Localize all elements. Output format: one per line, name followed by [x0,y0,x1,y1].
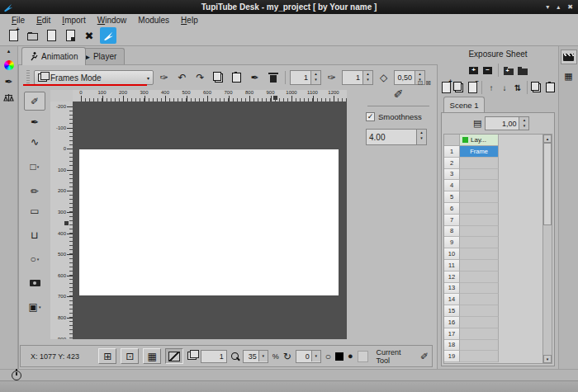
color-palette-icon[interactable] [4,60,14,70]
frame-cell[interactable] [460,226,499,238]
frame-cell[interactable] [460,158,499,169]
row-number-cell[interactable]: 1 [444,146,460,158]
frame-cell[interactable] [460,351,499,362]
remove-frame-button[interactable]: − [467,82,478,93]
smoothness-spinner[interactable]: 4.00 ▴▾ [366,129,427,145]
frame-cell[interactable] [460,283,499,295]
tupitube-home-button[interactable] [100,27,116,44]
open-document-button[interactable] [43,27,59,44]
drag-frame-button[interactable]: ✒ [247,70,263,86]
remove-layer-button[interactable]: − [482,64,494,76]
row-number-cell[interactable]: 8 [444,226,460,238]
frame-cell[interactable] [460,191,499,203]
insert-frame-button[interactable]: + [440,82,452,93]
tool-pencil-button[interactable]: ✐ [24,92,45,111]
copy-frame-button[interactable] [211,70,226,86]
frame-cell[interactable] [460,237,499,248]
frame-cell[interactable] [460,340,499,352]
frame-cell[interactable] [460,180,499,191]
tool-fill-button[interactable]: ⊔ [25,226,45,243]
brushes-icon[interactable]: ✒ [4,76,12,87]
spinner-buttons[interactable]: ▴▾ [416,130,426,144]
close-panel-icon[interactable]: ⊠ [425,79,431,87]
menu-item-modules[interactable]: Modules [133,16,174,25]
close-project-button[interactable]: ✖ [81,27,97,44]
dock-collapse-icon[interactable]: ▴ [7,48,11,54]
delete-frame-button[interactable] [265,70,281,86]
layer-opacity-spinner[interactable]: 1,00 ▴▾ [485,116,529,130]
new-project-button[interactable]: + [5,27,21,44]
copy-frame-button[interactable] [531,82,542,93]
menu-item-window[interactable]: Window [92,16,132,25]
row-number-cell[interactable]: 18 [444,340,460,352]
frame-cell[interactable]: Frame [460,146,499,158]
horizontal-ruler[interactable]: 0100200300400500600700800900100011001200 [73,90,347,102]
close-button[interactable]: ✖ [567,3,573,11]
tool-image-button[interactable]: ▣▾ [25,298,45,315]
insert-scene-button[interactable]: + [503,64,514,76]
stretch-frames-button[interactable]: ✑ [324,70,339,86]
save-document-button[interactable] [62,27,78,44]
frame-cell[interactable] [460,203,499,215]
remove-scene-button[interactable] [517,64,528,76]
row-number-cell[interactable]: 19 [444,351,460,362]
scroll-down-button[interactable]: ▾ [543,355,552,363]
frame-cell[interactable] [460,272,499,283]
frame-cell[interactable] [460,260,499,272]
onion-skin-button[interactable] [187,352,197,361]
frame-cell[interactable] [460,328,499,340]
exposure-dock-button[interactable]: ▦ [561,69,576,83]
toolbar-grip[interactable] [26,70,30,85]
layer-header-cell[interactable]: Lay... [460,135,499,146]
frame-cell[interactable] [460,248,499,260]
scales-icon[interactable] [3,93,14,103]
paste-frame-button[interactable] [544,82,556,93]
select-frames-button[interactable]: ✑ [156,70,172,86]
insert-frames-button[interactable] [453,82,465,93]
frame-cell[interactable] [460,294,499,305]
tool-scheme-button[interactable]: ∿ [25,133,45,150]
tool-shapes-button[interactable]: □▾ [25,158,45,175]
row-number-cell[interactable]: 9 [444,237,460,248]
full-screen-button[interactable] [165,348,183,364]
scrollbar-thumb[interactable] [543,143,552,225]
brush-preview-icon[interactable]: ● [348,352,353,361]
spin-down-icon[interactable]: ▾ [519,123,528,129]
frame-cell[interactable] [460,215,499,226]
tool-camera-button[interactable] [25,274,45,291]
menu-item-file[interactable]: File [7,16,30,25]
row-number-cell[interactable]: 3 [444,169,460,181]
maximize-button[interactable]: ▴ [557,3,560,11]
frame-cell[interactable] [460,317,499,328]
row-number-cell[interactable]: 14 [444,294,460,305]
row-number-cell[interactable]: 10 [444,248,460,260]
spin-up-icon[interactable]: ▴ [415,71,424,77]
row-number-cell[interactable]: 5 [444,191,460,203]
action-safe-area-button[interactable]: ⊡ [121,348,139,364]
row-number-cell[interactable]: 15 [444,305,460,317]
undock-panel-icon[interactable]: ⊡ [418,79,424,87]
spin-up-icon[interactable]: ▴ [311,71,320,77]
frames-mode-combobox[interactable]: Frames Mode ▾ [34,70,154,85]
row-number-cell[interactable]: 16 [444,317,460,328]
spin-up-icon[interactable]: ▴ [519,117,528,123]
table-scrollbar[interactable]: ▴ ▾ [542,135,552,363]
open-project-button[interactable] [24,27,40,44]
menu-item-help[interactable]: Help [176,16,203,25]
fill-color-swatch[interactable] [335,352,343,361]
row-number-cell[interactable]: 2 [444,158,460,169]
timeline-clock-icon[interactable] [12,371,21,380]
menu-item-import[interactable]: Import [57,16,90,25]
tool-eraser-button[interactable]: ▭ [25,202,45,220]
smoothness-checkbox[interactable]: ✓ [366,112,375,121]
vertical-ruler[interactable]: -200-1000100200300400500600700800900 [50,102,73,339]
insert-layer-button[interactable]: + [468,64,480,76]
show-grid-button[interactable]: ⊞ [98,348,116,364]
tool-pen-button[interactable]: ✏ [25,182,45,200]
frame-cell[interactable] [460,169,499,181]
row-number-cell[interactable]: 17 [444,328,460,340]
row-number-cell[interactable]: 11 [444,260,460,272]
spin-up-icon[interactable]: ▴ [417,130,426,135]
menu-item-edit[interactable]: Edit [31,16,55,25]
row-number-cell[interactable]: 12 [444,272,460,283]
